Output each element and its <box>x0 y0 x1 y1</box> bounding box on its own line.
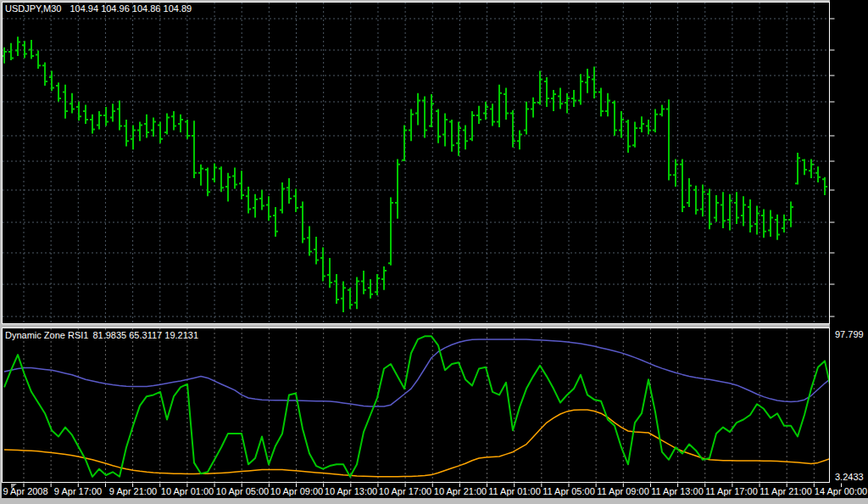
scroll-position-marker[interactable] <box>11 484 17 489</box>
chart-window: 102.75102.45102.20101.95101.65101.40101.… <box>0 0 868 504</box>
window-frame-bottom <box>0 498 868 504</box>
indicator-axis-max-label: 97.799 <box>835 329 864 339</box>
time-tick-label: 9 Apr 21:00 <box>109 486 157 496</box>
time-tick-label: 9 Apr 17:00 <box>54 486 102 496</box>
ohlc-quote: 104.94 104.96 104.86 104.89 <box>70 3 192 14</box>
time-tick-label: 11 Apr 05:00 <box>542 486 595 496</box>
time-tick-label: 9 Apr 2008 <box>3 486 47 496</box>
time-tick-label: 10 Apr 05:00 <box>216 486 269 496</box>
indicator-axis-min-label: 3.2433 <box>835 472 864 482</box>
time-tick-label: 10 Apr 13:00 <box>325 486 377 496</box>
time-tick-label: 11 Apr 13:00 <box>651 486 704 496</box>
indicator-values: 81.9835 65.3117 19.2131 <box>92 330 198 340</box>
main-chart-panel[interactable] <box>2 2 830 324</box>
time-tick-label: 14 Apr 00:00 <box>815 486 867 496</box>
chart-header: USDJPY,M30104.94 104.96 104.86 104.89 <box>5 3 192 14</box>
time-tick-label: 10 Apr 21:00 <box>434 486 487 496</box>
time-tick-label: 11 Apr 01:00 <box>488 486 541 496</box>
indicator-panel[interactable] <box>2 328 830 483</box>
indicator-header: Dynamic Zone RSI181.9835 65.3117 19.2131 <box>5 330 198 340</box>
time-tick-label: 11 Apr 21:00 <box>760 486 812 496</box>
time-tick-label: 11 Apr 17:00 <box>705 486 758 496</box>
indicator-name: Dynamic Zone RSI1 <box>5 330 88 340</box>
time-axis[interactable]: 9 Apr 20089 Apr 17:009 Apr 21:0010 Apr 0… <box>2 483 868 498</box>
time-tick-label: 10 Apr 01:00 <box>161 486 214 496</box>
time-tick-label: 11 Apr 09:00 <box>597 486 649 496</box>
symbol-title: USDJPY,M30 <box>5 3 61 14</box>
time-tick-label: 10 Apr 17:00 <box>379 486 431 496</box>
price-axis[interactable]: 102.75102.45102.20101.95101.65101.40101.… <box>830 0 868 498</box>
time-tick-label: 10 Apr 09:00 <box>270 486 323 496</box>
